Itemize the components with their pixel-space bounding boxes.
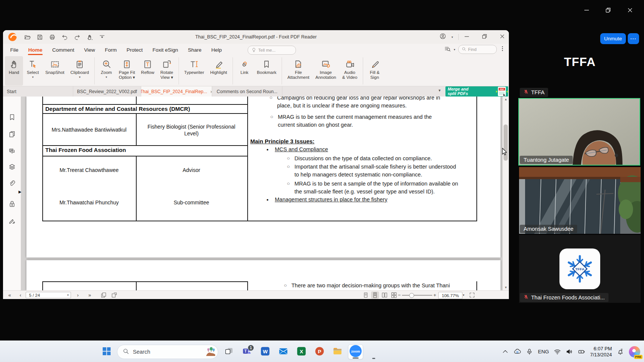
taskbar-word-button[interactable]: W <box>257 344 273 359</box>
volume-icon[interactable] <box>566 348 573 355</box>
zoom-slider-track[interactable] <box>402 295 432 296</box>
vertical-scrollbar[interactable]: ▲ ▼ <box>502 97 509 290</box>
menu-foxit-esign[interactable]: Foxit eSign <box>148 44 183 56</box>
wifi-icon[interactable] <box>554 348 561 355</box>
redo-icon[interactable] <box>72 32 82 42</box>
last-page-button[interactable]: » <box>88 291 91 299</box>
first-page-button[interactable]: « <box>8 291 11 299</box>
notification-bell-icon[interactable] <box>617 348 624 355</box>
account-icon[interactable] <box>439 33 446 41</box>
video-tile-tuantong[interactable]: Tuantong Jutagate <box>518 98 640 166</box>
os-minimize-button[interactable] <box>581 5 592 15</box>
ribbon-file-attachment-button[interactable]: FileAttachment <box>285 56 312 86</box>
single-page-layout-button[interactable] <box>362 291 370 299</box>
bookmarks-panel-button[interactable] <box>8 113 16 121</box>
ribbon-snapshot-button[interactable]: SnapShot <box>43 56 67 86</box>
zoom-slider-knob[interactable] <box>409 293 414 298</box>
ribbon-hand-button[interactable]: Hand <box>5 56 23 86</box>
document-tab-2[interactable]: BSC_Review_2022_V002.pdf <box>73 86 141 97</box>
tell-me-input[interactable]: Tell me... <box>248 46 296 55</box>
taskbar-file-explorer-button[interactable] <box>330 344 345 359</box>
more-options-icon[interactable] <box>500 46 505 53</box>
language-indicator[interactable]: ENG <box>538 349 549 354</box>
ribbon-link-button[interactable]: Link <box>236 56 254 86</box>
os-close-button[interactable] <box>625 5 635 15</box>
menu-view[interactable]: View <box>79 44 100 56</box>
page-arrange-icon[interactable] <box>111 291 117 299</box>
taskbar-excel-button[interactable]: X <box>294 344 309 359</box>
ribbon-audio-video-button[interactable]: Audio& Video <box>340 56 360 86</box>
duplicate-page-icon[interactable] <box>100 291 107 299</box>
taskbar-powerpoint-button[interactable]: P <box>312 344 327 359</box>
page-field-caret-icon[interactable]: ▾ <box>67 293 71 297</box>
pages-panel-button[interactable] <box>8 130 16 138</box>
security-panel-button[interactable] <box>8 200 16 208</box>
microphone-tray-icon[interactable] <box>526 348 533 355</box>
taskbar-zoom-button[interactable]: zoom <box>348 344 363 359</box>
document-tab-3[interactable]: Thai_BSC_FIP_2024_FinalRep...× <box>141 86 212 97</box>
ribbon-fill-sign-button[interactable]: Fill &Sign <box>366 56 384 86</box>
continuous-layout-button[interactable] <box>371 291 379 299</box>
menu-form[interactable]: Form <box>100 44 122 56</box>
document-tab-1[interactable]: Start <box>3 86 73 97</box>
ribbon-rotate-button[interactable]: RotateView ▾ <box>158 56 176 86</box>
layers-panel-button[interactable] <box>8 163 16 171</box>
window-minimize-button[interactable] <box>464 34 470 41</box>
ribbon-pagefit-button[interactable]: Page FitOption ▾ <box>116 56 138 86</box>
signature-panel-button[interactable] <box>8 217 16 225</box>
window-close-button[interactable] <box>499 34 505 41</box>
taskbar-teams-button[interactable]: T1 <box>239 344 254 359</box>
zoom-out-button[interactable]: − <box>398 291 401 299</box>
taskbar-edge-button[interactable] <box>366 344 381 359</box>
previous-page-button[interactable]: ‹ <box>20 291 21 299</box>
ribbon-highlight-button[interactable]: Highlight <box>208 56 230 86</box>
menu-comment[interactable]: Comment <box>47 44 79 56</box>
merge-split-pdfs-banner[interactable]: Merge and split PDFs PDF <box>445 86 508 97</box>
fullscreen-icon[interactable] <box>469 291 475 299</box>
customize-quick-access-icon[interactable] <box>97 32 106 42</box>
find-input[interactable]: Find <box>458 45 497 54</box>
foxit-logo-icon[interactable] <box>8 33 17 41</box>
battery-icon[interactable] <box>578 348 585 355</box>
facing-layout-button[interactable] <box>381 291 388 299</box>
ribbon-reflow-button[interactable]: Reflow <box>139 56 157 86</box>
more-meeting-options-button[interactable]: ··· <box>628 33 639 44</box>
ribbon-zoom-button[interactable]: Zoom▾ <box>97 56 116 86</box>
zoom-field-caret-icon[interactable]: ▾ <box>463 291 464 299</box>
window-restore-button[interactable] <box>482 34 487 41</box>
clock[interactable]: 6:07 PM 7/13/2024 <box>590 346 612 358</box>
zoom-in-button[interactable]: + <box>433 291 436 299</box>
print-icon[interactable] <box>48 32 57 42</box>
scroll-down-icon[interactable]: ▼ <box>503 286 509 289</box>
ribbon-clipboard-button[interactable]: Clipboard▾ <box>68 56 92 86</box>
menu-protect[interactable]: Protect <box>122 44 148 56</box>
ribbon-select-button[interactable]: Select▾ <box>24 56 42 86</box>
undo-icon[interactable] <box>60 32 69 42</box>
menu-share[interactable]: Share <box>183 44 206 56</box>
search-list-caret-icon[interactable]: ▾ <box>454 48 455 51</box>
menu-help[interactable]: Help <box>206 44 227 56</box>
next-page-button[interactable]: › <box>77 291 79 299</box>
facing-continuous-layout-button[interactable] <box>390 291 398 299</box>
search-list-icon[interactable] <box>444 46 451 54</box>
menu-home[interactable]: Home <box>23 44 48 56</box>
ribbon-typewriter-button[interactable]: Typewriter <box>182 56 207 86</box>
taskbar-outlook-button[interactable] <box>276 344 291 359</box>
copilot-icon[interactable]: PRE <box>629 346 640 357</box>
menu-file[interactable]: File <box>5 44 23 56</box>
comments-panel-button[interactable] <box>8 147 16 155</box>
ribbon-bookmark-button[interactable]: Bookmark <box>254 56 279 86</box>
ribbon-image-annotation-button[interactable]: ImageAnnotation <box>313 56 339 86</box>
save-icon[interactable] <box>35 32 44 42</box>
attachments-panel-button[interactable] <box>8 179 16 188</box>
taskbar-start-button[interactable] <box>99 344 114 359</box>
scroll-up-icon[interactable]: ▲ <box>503 98 509 101</box>
taskbar-search-box[interactable]: Search <box>117 345 218 359</box>
video-tile-tffa[interactable]: TFFA Thai Frozen Foods Associati... <box>519 235 641 303</box>
page-number-field[interactable]: 5 / 24 ▾ <box>26 292 71 298</box>
unmute-button[interactable]: Unmute <box>600 33 626 44</box>
onedrive-sync-icon[interactable] <box>514 348 521 355</box>
account-caret-icon[interactable]: ▾ <box>451 35 453 39</box>
zoom-percent-field[interactable]: 106.77% <box>438 292 462 299</box>
pdf-canvas[interactable]: Department of Marine and Coastal Resourc… <box>21 97 502 290</box>
